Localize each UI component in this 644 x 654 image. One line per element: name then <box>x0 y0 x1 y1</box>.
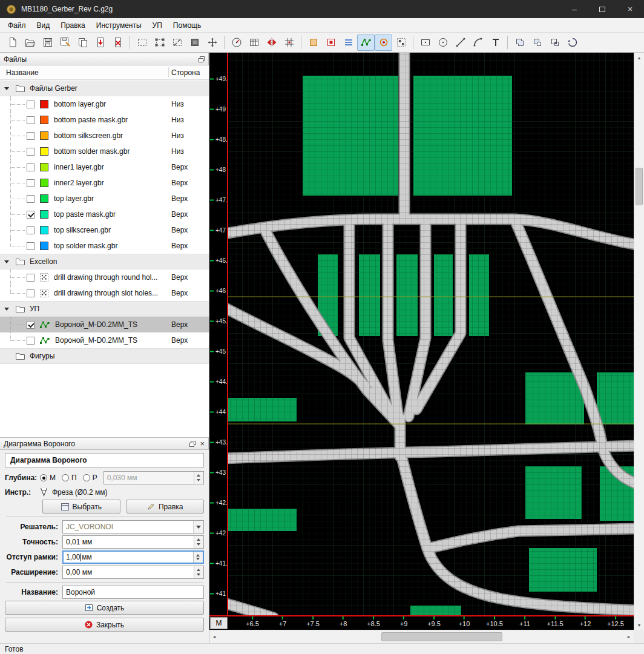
create-button[interactable]: Создать <box>5 601 204 615</box>
maximize-button[interactable] <box>588 0 616 18</box>
gerber-edit-button[interactable] <box>322 35 340 51</box>
select-handles-button[interactable] <box>151 35 168 51</box>
measure-button[interactable] <box>228 35 245 51</box>
select-tool-button[interactable]: Выбрать <box>42 500 120 514</box>
visibility-checkbox[interactable] <box>27 116 34 124</box>
drill-row[interactable]: drill drawing through slot holes... Верх <box>0 285 209 301</box>
scroll-up-icon[interactable]: ▲ <box>634 53 644 62</box>
units-button[interactable]: M <box>210 617 228 629</box>
scroll-down-icon[interactable]: ▼ <box>634 620 644 630</box>
depth-value-spinner[interactable]: 0,030 мм <box>104 471 204 484</box>
copy-button[interactable] <box>74 35 91 51</box>
edit-tool-button[interactable]: Правка <box>126 500 205 514</box>
zoom-area-button[interactable] <box>168 35 186 51</box>
job-table-button[interactable] <box>245 35 263 51</box>
visibility-checkbox[interactable] <box>27 337 34 345</box>
minimize-button[interactable]: – <box>560 0 588 18</box>
close-icon[interactable]: × <box>200 440 205 448</box>
mirror-button[interactable] <box>263 35 280 51</box>
draw-circle-button[interactable] <box>434 35 452 51</box>
visibility-checkbox[interactable] <box>27 101 34 108</box>
expansion-spinner[interactable]: 0,00 мм <box>62 566 204 579</box>
draw-rect-button[interactable] <box>416 35 434 51</box>
spinner-arrows-icon[interactable] <box>193 552 203 563</box>
layer-row[interactable]: bottom paste mask.gbr Низ <box>0 112 209 128</box>
visibility-checkbox[interactable] <box>27 164 34 171</box>
visibility-checkbox[interactable] <box>27 195 34 203</box>
column-side[interactable]: Сторона <box>171 68 200 77</box>
group-row-cnc[interactable]: УП <box>0 301 209 317</box>
snap-grid-button[interactable] <box>280 35 298 51</box>
group-row-excellon[interactable]: Excellon <box>0 254 209 269</box>
chevron-down-icon[interactable] <box>193 521 203 533</box>
menu-view[interactable]: Вид <box>31 18 56 32</box>
visibility-checkbox[interactable] <box>27 179 34 187</box>
layer-row[interactable]: bottom silkscreen.gbr Низ <box>0 128 209 144</box>
save-button[interactable] <box>39 35 56 51</box>
drill-row[interactable]: drill drawing through round hol... Верх <box>0 269 209 285</box>
spinner-arrows-icon[interactable] <box>194 536 203 548</box>
save-as-button[interactable] <box>56 35 74 51</box>
visibility-checkbox[interactable] <box>27 211 34 219</box>
depth-radio-r[interactable]: Р <box>83 474 97 482</box>
visibility-checkbox[interactable] <box>27 289 34 297</box>
layer-row[interactable]: top paste mask.gbr Верх <box>0 206 209 222</box>
shape-union-button[interactable] <box>511 35 528 51</box>
spinner-arrows-icon[interactable] <box>194 472 203 484</box>
group-row-shapes[interactable]: Фигуры <box>0 348 209 364</box>
expand-arrow-icon[interactable] <box>4 308 9 311</box>
visibility-checkbox[interactable] <box>27 132 34 140</box>
excellon-list-button[interactable] <box>340 35 357 51</box>
visibility-checkbox[interactable] <box>27 242 34 250</box>
pcb-viewport[interactable] <box>228 53 634 615</box>
horizontal-scroll-thumb[interactable] <box>381 632 502 641</box>
shape-intersect-button[interactable] <box>546 35 564 51</box>
menu-file[interactable]: Файл <box>2 18 31 32</box>
expand-arrow-icon[interactable] <box>4 87 9 90</box>
vertical-scroll-thumb[interactable] <box>636 168 643 205</box>
layer-row[interactable]: inner1 layer.gbr Верх <box>0 159 209 175</box>
spinner-arrows-icon[interactable] <box>194 566 203 578</box>
visibility-checkbox[interactable] <box>27 274 34 282</box>
margin-spinner[interactable]: 1,00мм <box>62 550 204 564</box>
draw-arc-button[interactable] <box>469 35 487 51</box>
voronoi-tool-button[interactable] <box>357 35 375 51</box>
visibility-checkbox[interactable] <box>27 226 34 234</box>
fill-region-button[interactable] <box>186 35 203 51</box>
scroll-left-icon[interactable]: ◄ <box>209 630 219 643</box>
drill-marks-button[interactable] <box>375 35 392 51</box>
precision-spinner[interactable]: 0,01 мм <box>62 535 204 549</box>
horizontal-scrollbar[interactable]: ◄ ► <box>209 630 634 643</box>
solver-combobox[interactable]: JC_VORONOI <box>62 520 204 533</box>
group-row-gerber[interactable]: Файлы Gerber <box>0 81 209 96</box>
pad-array-button[interactable] <box>392 35 410 51</box>
layer-row[interactable]: inner2 layer.gbr Верх <box>0 175 209 191</box>
depth-radio-p[interactable]: П <box>62 474 77 482</box>
menu-edit[interactable]: Правка <box>55 18 91 32</box>
float-icon[interactable] <box>199 56 205 62</box>
name-input[interactable]: Вороной <box>62 586 204 599</box>
depth-radio-m[interactable]: М <box>40 474 56 482</box>
vertical-scrollbar[interactable]: ▲ ▼ <box>634 53 644 630</box>
open-button[interactable] <box>21 35 39 51</box>
menu-cnc[interactable]: УП <box>147 18 168 32</box>
draw-text-button[interactable] <box>487 35 504 51</box>
regenerate-button[interactable] <box>564 35 581 51</box>
job-row[interactable]: Вороной_M-D0.2MM_TS Верх <box>0 332 209 348</box>
menu-help[interactable]: Помощь <box>168 18 206 32</box>
select-button[interactable] <box>133 35 151 51</box>
layer-row[interactable]: top solder mask.gbr Верх <box>0 238 209 254</box>
close-tool-button[interactable]: Закрыть <box>5 618 204 632</box>
pan-button[interactable] <box>203 35 221 51</box>
remove-button[interactable] <box>109 35 126 51</box>
import-button[interactable] <box>91 35 109 51</box>
close-button[interactable]: × <box>616 0 644 18</box>
draw-line-button[interactable] <box>452 35 469 51</box>
layer-row[interactable]: top layer.gbr Верх <box>0 191 209 206</box>
job-row-selected[interactable]: Вороной_M-D0.2MM_TS Верх <box>0 317 209 332</box>
layer-row[interactable]: bottom solder mask.gbr Низ <box>0 144 209 159</box>
expand-arrow-icon[interactable] <box>4 260 9 263</box>
layer-row[interactable]: bottom layer.gbr Низ <box>0 96 209 112</box>
column-name[interactable]: Название <box>6 68 39 77</box>
visibility-checkbox[interactable] <box>27 321 34 329</box>
